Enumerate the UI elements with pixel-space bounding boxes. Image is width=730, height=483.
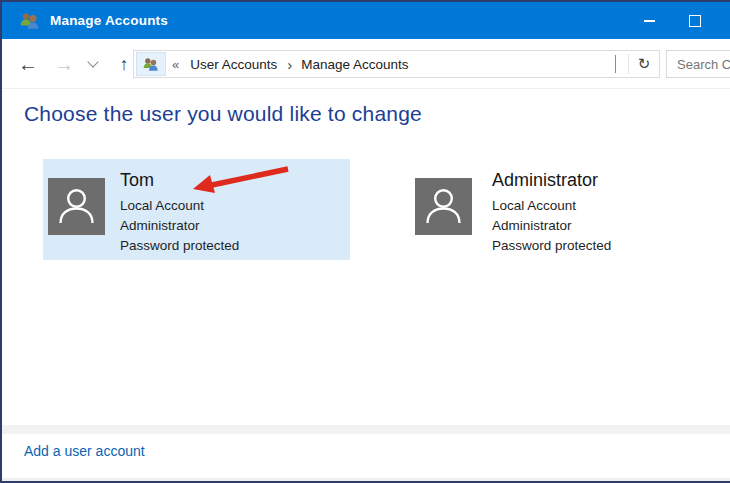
breadcrumb-item-manage-accounts[interactable]: Manage Accounts — [301, 57, 408, 72]
refresh-icon: ↻ — [638, 55, 651, 72]
maximize-icon — [689, 15, 701, 27]
manage-accounts-window: Manage Accounts ← → ↑ « User Accounts › — [0, 0, 730, 483]
forward-icon: → — [54, 53, 74, 76]
avatar — [415, 178, 472, 235]
user-silhouette-icon — [48, 178, 105, 235]
account-role: Administrator — [492, 216, 611, 236]
account-type: Local Account — [120, 196, 239, 216]
user-accounts-app-icon — [20, 12, 40, 29]
titlebar: Manage Accounts — [2, 2, 730, 39]
breadcrumb-overflow-icon[interactable]: « — [172, 57, 179, 72]
user-accounts-icon — [143, 57, 159, 71]
maximize-button[interactable] — [672, 2, 718, 39]
add-user-account-link[interactable]: Add a user account — [24, 443, 145, 459]
up-icon: ↑ — [120, 54, 129, 75]
content-footer-divider — [2, 425, 730, 434]
breadcrumb-separator-icon: › — [287, 56, 292, 73]
user-tile-tom[interactable]: Tom Local Account Administrator Password… — [43, 159, 350, 260]
minimize-button[interactable] — [626, 2, 672, 39]
breadcrumb-item-user-accounts[interactable]: User Accounts — [190, 57, 277, 72]
location-icon-button[interactable] — [136, 52, 166, 76]
window-bottom-strip — [2, 478, 730, 481]
user-info: Administrator Local Account Administrato… — [492, 167, 611, 256]
back-icon: ← — [18, 53, 38, 76]
recent-locations-button[interactable] — [84, 39, 102, 89]
window-title: Manage Accounts — [50, 13, 168, 28]
back-button[interactable]: ← — [14, 39, 42, 89]
avatar — [48, 178, 105, 235]
user-tile-administrator[interactable]: Administrator Local Account Administrato… — [408, 159, 715, 260]
address-bar[interactable]: « User Accounts › Manage Accounts ↻ — [133, 50, 660, 78]
user-silhouette-icon — [415, 178, 472, 235]
chevron-down-icon — [87, 56, 98, 67]
page-title: Choose the user you would like to change — [24, 102, 422, 126]
minimize-icon — [644, 20, 655, 22]
navigation-bar: ← → ↑ « User Accounts › Manage Accounts … — [2, 39, 730, 89]
user-details: Local Account Administrator Password pro… — [492, 196, 611, 256]
user-info: Tom Local Account Administrator Password… — [120, 167, 239, 256]
user-name: Administrator — [492, 167, 611, 193]
refresh-button[interactable]: ↻ — [629, 55, 659, 73]
chevron-down-icon — [615, 55, 616, 73]
account-role: Administrator — [120, 216, 239, 236]
account-type: Local Account — [492, 196, 611, 216]
address-dropdown-button[interactable] — [615, 55, 616, 73]
forward-button[interactable]: → — [50, 39, 78, 89]
search-box — [666, 50, 730, 78]
password-status: Password protected — [120, 236, 239, 256]
password-status: Password protected — [492, 236, 611, 256]
user-name: Tom — [120, 167, 239, 193]
search-input[interactable] — [667, 51, 730, 77]
user-details: Local Account Administrator Password pro… — [120, 196, 239, 256]
